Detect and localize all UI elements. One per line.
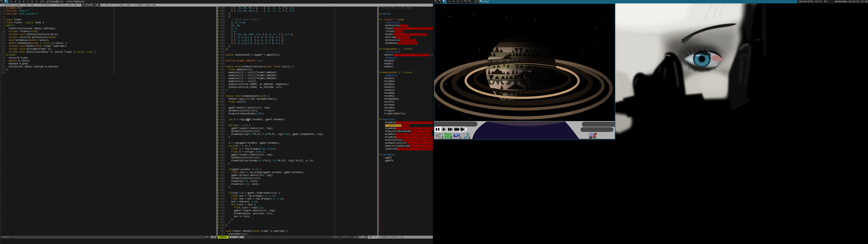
svg-text:2: 2 <box>451 136 452 139</box>
svg-text:3: 3 <box>459 136 461 139</box>
svg-text:4: 4 <box>468 136 470 139</box>
svg-text:7: 7 <box>594 136 596 139</box>
svg-text:1: 1 <box>442 136 443 139</box>
